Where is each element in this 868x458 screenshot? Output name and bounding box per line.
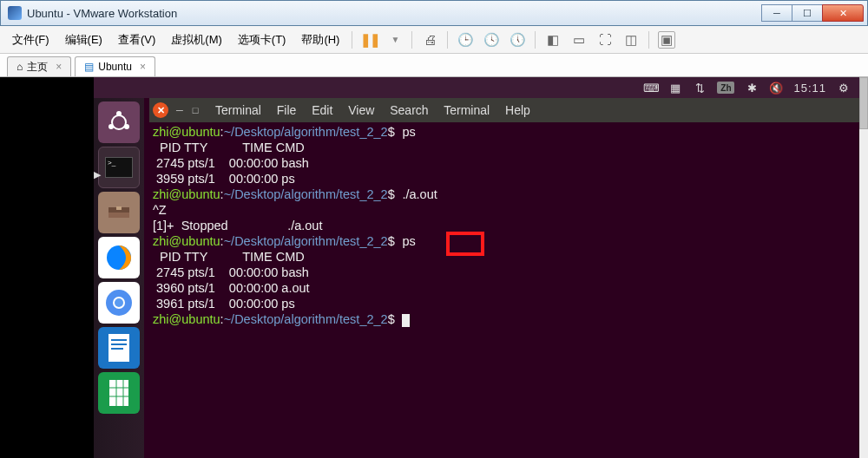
snapshot-icon[interactable]: 🖨 <box>421 31 438 49</box>
svg-rect-14 <box>111 348 123 350</box>
vmware-menubar: 文件(F) 编辑(E) 查看(V) 虚拟机(M) 选项卡(T) 帮助(H) ❚❚… <box>0 26 868 54</box>
svg-point-10 <box>115 298 123 307</box>
red-highlight-box <box>446 232 484 256</box>
launcher-dash[interactable] <box>98 101 140 143</box>
term-menu-help[interactable]: Help <box>505 103 530 117</box>
svg-point-1 <box>116 111 122 116</box>
snap-manage-icon[interactable]: 🕔 <box>509 31 526 49</box>
terminal-cursor <box>402 314 410 327</box>
console-icon[interactable]: ▭ <box>570 31 588 49</box>
terminal-maximize-button[interactable]: □ <box>187 102 203 118</box>
svg-rect-5 <box>108 213 129 218</box>
terminal-titlebar[interactable]: ✕ ─ □ Terminal File Edit View Search Ter… <box>149 98 859 122</box>
svg-point-3 <box>108 124 114 129</box>
ubuntu-launcher: >_ ▶ <box>94 98 144 458</box>
tab-home[interactable]: ⌂ 主页 × <box>7 56 71 76</box>
term-menu-terminal[interactable]: Terminal <box>215 103 261 117</box>
ubuntu-desktop[interactable]: ⌨ ▦ ⇅ Zh ✱ 🔇 15:11 ⚙ >_ ▶ <box>94 77 868 458</box>
vmware-icon <box>8 6 22 20</box>
window-titlebar: Ubuntu - VMware Workstation ─ ☐ ✕ <box>0 0 868 26</box>
svg-point-2 <box>124 124 129 129</box>
menu-vm[interactable]: 虚拟机(M) <box>164 29 229 51</box>
svg-rect-15 <box>108 379 129 407</box>
svg-point-0 <box>112 115 126 129</box>
clock[interactable]: 15:11 <box>793 82 826 95</box>
term-menu-edit[interactable]: Edit <box>312 103 332 117</box>
terminal-window: ✕ ─ □ Terminal File Edit View Search Ter… <box>149 98 859 358</box>
stretch-icon[interactable]: ⛶ <box>596 31 614 49</box>
gear-icon[interactable]: ⚙ <box>837 81 851 95</box>
calendar-icon[interactable]: ▦ <box>668 81 682 95</box>
launcher-files[interactable] <box>98 192 140 233</box>
menu-help[interactable]: 帮助(H) <box>294 29 346 51</box>
volume-icon[interactable]: 🔇 <box>769 81 783 95</box>
menu-view[interactable]: 查看(V) <box>111 29 162 51</box>
menu-file[interactable]: 文件(F) <box>5 29 56 51</box>
window-close-button[interactable]: ✕ <box>822 4 864 22</box>
bluetooth-icon[interactable]: ✱ <box>745 81 759 95</box>
snap-take-icon[interactable]: 🕒 <box>457 31 474 49</box>
svg-rect-6 <box>116 206 122 210</box>
ubuntu-top-panel: ⌨ ▦ ⇅ Zh ✱ 🔇 15:11 ⚙ <box>94 77 859 98</box>
menu-tabs[interactable]: 选项卡(T) <box>231 29 293 51</box>
svg-rect-12 <box>111 339 127 341</box>
launcher-firefox[interactable] <box>98 237 140 278</box>
fullscreen-icon[interactable]: ▣ <box>658 31 675 49</box>
terminal-body[interactable]: zhi@ubuntu:~/Desktop/algorithm/test_2_2$… <box>149 122 859 329</box>
unity-icon[interactable]: ◫ <box>622 31 640 49</box>
vmware-tab-bar: ⌂ 主页 × ▤ Ubuntu × <box>0 54 868 77</box>
launcher-writer[interactable] <box>98 327 140 369</box>
tab-ubuntu-close[interactable]: × <box>140 61 146 73</box>
terminal-close-button[interactable]: ✕ <box>153 102 168 118</box>
window-minimize-button[interactable]: ─ <box>761 4 792 22</box>
term-menu-view[interactable]: View <box>348 103 374 117</box>
term-menu-search[interactable]: Search <box>390 103 428 117</box>
snap-revert-icon[interactable]: 🕓 <box>483 31 500 49</box>
svg-rect-13 <box>111 344 127 345</box>
ime-indicator[interactable]: Zh <box>717 82 734 94</box>
launcher-terminal[interactable]: >_ <box>98 147 140 188</box>
keyboard-icon[interactable]: ⌨ <box>644 81 658 95</box>
tab-home-close[interactable]: × <box>56 61 62 73</box>
launcher-calc[interactable] <box>98 372 140 414</box>
vm-scrollbar[interactable] <box>859 77 868 458</box>
terminal-menubar: Terminal File Edit View Search Terminal … <box>215 103 542 117</box>
vm-display-area: ⌨ ▦ ⇅ Zh ✱ 🔇 15:11 ⚙ >_ ▶ <box>0 77 868 458</box>
tab-home-label: 主页 <box>27 60 48 75</box>
network-icon[interactable]: ⇅ <box>693 81 707 95</box>
launcher-chromium[interactable] <box>98 282 140 324</box>
tab-ubuntu-label: Ubuntu <box>98 61 132 73</box>
terminal-minimize-button[interactable]: ─ <box>172 102 187 118</box>
window-maximize-button[interactable]: ☐ <box>792 4 823 22</box>
launcher-active-arrow: ▶ <box>94 169 101 180</box>
sidebar-toggle-icon[interactable]: ◧ <box>544 31 562 49</box>
window-title: Ubuntu - VMware Workstation <box>27 7 177 20</box>
term-menu-terminal2[interactable]: Terminal <box>444 103 490 117</box>
vm-icon: ▤ <box>84 61 94 73</box>
pause-icon[interactable]: ❚❚ <box>361 31 378 49</box>
home-icon: ⌂ <box>16 61 23 73</box>
tab-ubuntu[interactable]: ▤ Ubuntu × <box>75 56 155 76</box>
menu-edit[interactable]: 编辑(E) <box>58 29 109 51</box>
term-menu-file[interactable]: File <box>277 103 297 117</box>
